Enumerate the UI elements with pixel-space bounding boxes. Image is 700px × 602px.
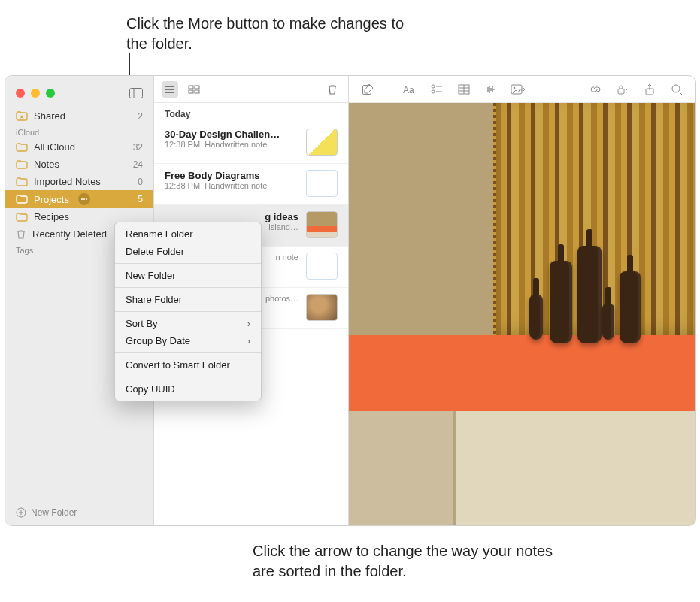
note-title: Free Body Diagrams bbox=[165, 170, 298, 181]
waveform-icon[interactable] bbox=[483, 81, 499, 98]
svg-point-5 bbox=[86, 198, 87, 200]
sidebar-item-count: 0 bbox=[138, 177, 143, 187]
svg-point-4 bbox=[83, 198, 85, 200]
svg-rect-0 bbox=[130, 89, 143, 98]
svg-rect-8 bbox=[189, 86, 193, 89]
sidebar-item-label: Imported Notes bbox=[34, 176, 101, 187]
folder-context-menu: Rename Folder Delete Folder New Folder S… bbox=[114, 222, 262, 401]
editor-column: Aa bbox=[349, 76, 695, 525]
folder-icon bbox=[16, 160, 28, 169]
ctx-copy-uuid[interactable]: Copy UUID bbox=[115, 380, 261, 398]
list-group-header: Today bbox=[154, 103, 348, 123]
ctx-rename-folder[interactable]: Rename Folder bbox=[115, 225, 261, 243]
callout-sort-arrow: Click the arrow to change the way your n… bbox=[253, 541, 576, 582]
sidebar-item-count: 32 bbox=[133, 142, 143, 153]
note-thumbnail bbox=[306, 294, 338, 321]
note-content-image bbox=[349, 103, 695, 525]
link-button[interactable] bbox=[587, 81, 604, 98]
note-row[interactable]: 30-Day Design Challen… 12:38 PM Handwrit… bbox=[154, 123, 348, 164]
ctx-share-folder[interactable]: Share Folder bbox=[115, 291, 261, 308]
shared-folder-icon bbox=[16, 111, 28, 121]
minimize-window-button[interactable] bbox=[31, 89, 40, 98]
svg-rect-9 bbox=[195, 86, 199, 89]
editor-toolbar: Aa bbox=[349, 76, 695, 103]
checklist-button[interactable] bbox=[429, 81, 445, 98]
trash-folder-icon bbox=[16, 229, 26, 240]
plus-circle-icon bbox=[16, 507, 26, 518]
ctx-separator bbox=[115, 263, 261, 264]
close-window-button[interactable] bbox=[16, 89, 25, 98]
media-button[interactable] bbox=[510, 81, 526, 98]
new-folder-label: New Folder bbox=[31, 507, 77, 518]
chevron-right-icon: › bbox=[247, 319, 250, 329]
sidebar-item-count: 24 bbox=[133, 159, 143, 170]
svg-text:Aa: Aa bbox=[403, 85, 414, 95]
note-title: g ideas bbox=[165, 211, 298, 222]
note-thumbnail bbox=[306, 253, 338, 280]
delete-note-button[interactable] bbox=[324, 81, 341, 98]
folder-icon bbox=[16, 177, 28, 186]
ctx-separator bbox=[115, 377, 261, 377]
sidebar-item-count: 5 bbox=[138, 194, 143, 204]
notes-app-window: Shared 2 iCloud All iCloud 32 Notes 24 I… bbox=[5, 75, 696, 526]
lock-button[interactable] bbox=[614, 81, 631, 98]
svg-point-15 bbox=[432, 90, 435, 93]
share-button[interactable] bbox=[641, 81, 658, 98]
svg-point-14 bbox=[432, 85, 435, 88]
format-button[interactable]: Aa bbox=[402, 81, 418, 98]
sidebar-item-label: All iCloud bbox=[34, 141, 75, 153]
more-button[interactable] bbox=[78, 193, 90, 205]
search-button[interactable] bbox=[668, 81, 685, 98]
sidebar-item-label: Projects bbox=[34, 194, 69, 205]
sidebar-item-count: 2 bbox=[138, 111, 143, 122]
note-title: 30-Day Design Challen… bbox=[165, 129, 298, 140]
list-view-button[interactable] bbox=[162, 81, 178, 98]
sidebar-item-notes[interactable]: Notes 24 bbox=[5, 156, 153, 173]
svg-point-21 bbox=[672, 85, 680, 92]
sidebar-item-imported-notes[interactable]: Imported Notes 0 bbox=[5, 173, 153, 190]
window-controls bbox=[5, 76, 153, 107]
sidebar-section-icloud: iCloud bbox=[5, 125, 153, 138]
ctx-delete-folder[interactable]: Delete Folder bbox=[115, 243, 261, 260]
ctx-separator bbox=[115, 311, 261, 312]
svg-rect-19 bbox=[618, 89, 624, 94]
ctx-convert-smart-folder[interactable]: Convert to Smart Folder bbox=[115, 356, 261, 374]
chevron-right-icon: › bbox=[247, 336, 250, 346]
sidebar-toggle-icon[interactable] bbox=[128, 85, 144, 101]
svg-point-3 bbox=[81, 198, 83, 200]
compose-button[interactable] bbox=[359, 81, 376, 98]
note-row[interactable]: Free Body Diagrams 12:38 PM Handwritten … bbox=[154, 164, 348, 205]
ctx-new-folder[interactable]: New Folder bbox=[115, 267, 261, 284]
note-thumbnail bbox=[306, 170, 338, 197]
svg-rect-11 bbox=[195, 90, 199, 93]
svg-point-18 bbox=[514, 86, 516, 89]
folder-icon bbox=[16, 143, 28, 152]
gallery-view-button[interactable] bbox=[186, 81, 202, 98]
zoom-window-button[interactable] bbox=[46, 89, 55, 98]
note-subtitle: 12:38 PM Handwritten note bbox=[165, 140, 298, 149]
svg-rect-10 bbox=[189, 90, 193, 93]
sidebar-item-label: Recently Deleted bbox=[32, 228, 107, 240]
folder-icon bbox=[16, 195, 28, 204]
sidebar-item-projects[interactable]: Projects 5 bbox=[5, 190, 153, 208]
ctx-sort-by[interactable]: Sort By › bbox=[115, 315, 261, 332]
sidebar-item-label: Recipes bbox=[34, 211, 69, 222]
new-folder-button[interactable]: New Folder bbox=[5, 500, 153, 525]
folder-icon bbox=[16, 213, 28, 222]
sidebar-item-all-icloud[interactable]: All iCloud 32 bbox=[5, 138, 153, 156]
note-thumbnail bbox=[306, 211, 338, 238]
ctx-group-by-date[interactable]: Group By Date › bbox=[115, 332, 261, 349]
note-subtitle: 12:38 PM Handwritten note bbox=[165, 181, 298, 190]
sidebar-item-shared[interactable]: Shared 2 bbox=[5, 107, 153, 125]
callout-more-button: Click the More button to make changes to… bbox=[126, 14, 412, 54]
note-thumbnail bbox=[306, 129, 338, 156]
sidebar-item-label: Shared bbox=[34, 110, 65, 122]
list-toolbar bbox=[154, 76, 348, 103]
sidebar-item-label: Notes bbox=[34, 159, 59, 170]
table-button[interactable] bbox=[456, 81, 472, 98]
ctx-separator bbox=[115, 352, 261, 353]
ctx-separator bbox=[115, 287, 261, 288]
